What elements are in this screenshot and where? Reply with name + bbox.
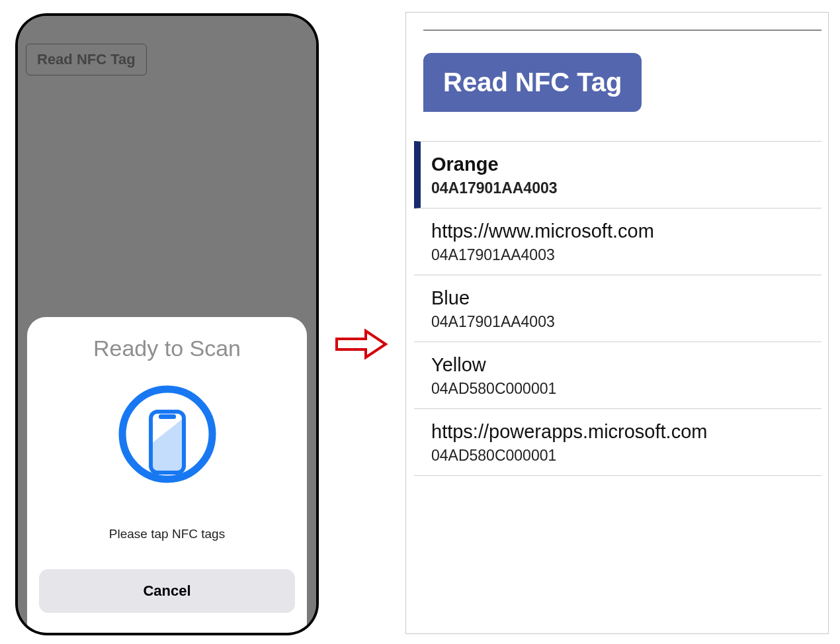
scan-sheet: Ready to Scan Please tap NFC tags Cancel: [27, 317, 307, 633]
list-item-secondary: 04AD580C000001: [431, 447, 821, 465]
scan-phone-icon: [114, 381, 220, 494]
list-item-primary: Blue: [431, 287, 821, 309]
list-item[interactable]: https://www.microsoft.com 04A17901AA4003: [414, 208, 821, 275]
phone-screen: Read NFC Tag Ready to Scan Please tap NF…: [18, 16, 316, 633]
list-item[interactable]: Blue 04A17901AA4003: [414, 275, 821, 342]
list-item-primary: https://powerapps.microsoft.com: [431, 421, 821, 443]
scan-sheet-title: Ready to Scan: [39, 336, 295, 361]
scan-sheet-subtitle: Please tap NFC tags: [39, 527, 295, 541]
list-item[interactable]: Yellow 04AD580C000001: [414, 342, 821, 409]
results-list: Orange 04A17901AA4003 https://www.micros…: [414, 141, 821, 476]
cancel-button-label: Cancel: [143, 582, 190, 599]
results-panel: Read NFC Tag Orange 04A17901AA4003 https…: [405, 12, 829, 634]
list-item-secondary: 04AD580C000001: [431, 380, 821, 398]
list-item-secondary: 04A17901AA4003: [431, 246, 821, 264]
list-item-primary: https://www.microsoft.com: [431, 220, 821, 242]
list-item-secondary: 04A17901AA4003: [431, 313, 821, 331]
list-item-primary: Orange: [431, 154, 821, 175]
list-item[interactable]: Orange 04A17901AA4003: [414, 141, 821, 208]
read-nfc-button[interactable]: Read NFC Tag: [423, 53, 642, 112]
cancel-button[interactable]: Cancel: [39, 569, 295, 613]
list-item-secondary: 04A17901AA4003: [431, 179, 821, 197]
phone-frame: Read NFC Tag Ready to Scan Please tap NF…: [15, 13, 319, 635]
panel-divider: [423, 30, 821, 30]
svg-rect-2: [159, 414, 176, 419]
arrow-icon: [335, 328, 388, 363]
list-item[interactable]: https://powerapps.microsoft.com 04AD580C…: [414, 409, 821, 476]
read-nfc-button-label: Read NFC Tag: [443, 68, 622, 97]
list-item-primary: Yellow: [431, 354, 821, 376]
